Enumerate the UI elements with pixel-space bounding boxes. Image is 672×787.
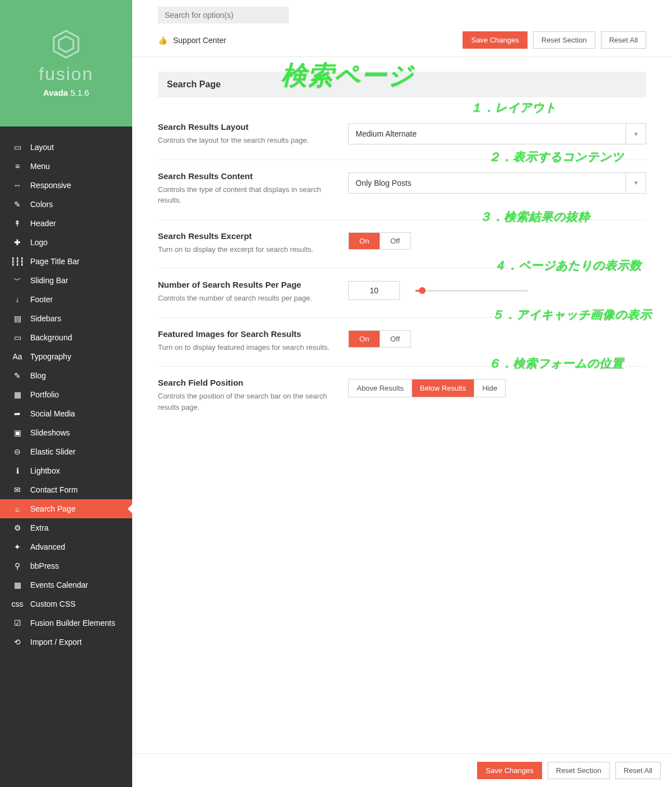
sidebar-item-label: Logo <box>30 238 48 247</box>
toggle-on[interactable]: On <box>349 331 380 347</box>
sidebar-item-label: Contact Form <box>30 485 78 494</box>
reset-section-button[interactable]: Reset Section <box>533 31 595 49</box>
sidebar-item-extra[interactable]: ⚙Extra <box>0 518 132 537</box>
position-option-hide[interactable]: Hide <box>474 380 505 397</box>
toggle-off[interactable]: Off <box>380 331 410 347</box>
option-search-field-position: Search Field Position Controls the posit… <box>158 367 646 426</box>
sidebar-item-responsive[interactable]: ↔Responsive <box>0 176 132 195</box>
social-media-icon: ➦ <box>12 409 22 419</box>
sidebar-item-sliding-bar[interactable]: ﹀Sliding Bar <box>0 271 132 290</box>
sidebar: fusion Avada 5.1.6 ▭Layout≡Menu↔Responsi… <box>0 0 132 787</box>
sidebar-item-lightbox[interactable]: ℹLightbox <box>0 461 132 480</box>
sidebar-item-elastic-slider[interactable]: ⊝Elastic Slider <box>0 442 132 461</box>
support-center-link[interactable]: 👍Support Center <box>158 36 226 45</box>
sidebar-item-typography[interactable]: AaTypography <box>0 347 132 366</box>
sidebar-item-label: Background <box>30 333 72 342</box>
sidebar-item-label: Sliding Bar <box>30 276 68 285</box>
sidebar-item-label: Sidebars <box>30 314 61 323</box>
layout-icon: ▭ <box>12 142 22 152</box>
position-segmented: Above ResultsBelow ResultsHide <box>348 379 506 397</box>
position-option-above-results[interactable]: Above Results <box>349 380 412 397</box>
slider-thumb[interactable] <box>419 287 426 294</box>
fusion-builder-icon: ☑ <box>12 618 22 628</box>
sidebar-item-page-title-bar[interactable]: ┇┇┇Page Title Bar <box>0 252 132 271</box>
svg-marker-0 <box>54 31 78 58</box>
sidebar-item-social-media[interactable]: ➦Social Media <box>0 404 132 423</box>
search-page-icon: ⌕ <box>12 504 22 514</box>
sidebar-item-sidebars[interactable]: ▤Sidebars <box>0 309 132 328</box>
reset-all-button-bottom[interactable]: Reset All <box>615 762 661 779</box>
responsive-icon: ↔ <box>12 180 22 190</box>
sidebar-item-bbpress[interactable]: ⚲bbPress <box>0 556 132 575</box>
layout-select[interactable]: Medium Alternate ▾ <box>348 123 646 144</box>
sidebar-item-events-calendar[interactable]: ▦Events Calendar <box>0 575 132 594</box>
option-title: Search Field Position <box>158 378 335 387</box>
option-desc: Controls the type of content that displa… <box>158 184 335 206</box>
toggle-on[interactable]: On <box>349 233 380 249</box>
content-select[interactable]: Only Blog Posts ▾ <box>348 172 646 194</box>
sidebar-item-slideshows[interactable]: ▣Slideshows <box>0 423 132 442</box>
save-changes-button[interactable]: Save Changes <box>463 31 527 49</box>
per-page-slider[interactable] <box>416 290 528 292</box>
save-changes-button-bottom[interactable]: Save Changes <box>477 762 542 779</box>
search-options-input[interactable] <box>158 7 289 24</box>
sidebar-nav: ▭Layout≡Menu↔Responsive✎Colors↟Header✚Lo… <box>0 127 132 787</box>
option-title: Number of Search Results Per Page <box>158 280 335 289</box>
bbpress-icon: ⚲ <box>12 561 22 571</box>
sidebar-item-label: Slideshows <box>30 428 70 437</box>
sidebar-item-label: Elastic Slider <box>30 447 76 456</box>
reset-section-button-bottom[interactable]: Reset Section <box>548 762 610 779</box>
sidebar-item-background[interactable]: ▭Background <box>0 328 132 347</box>
sidebar-item-fusion-builder-elements[interactable]: ☑Fusion Builder Elements <box>0 613 132 633</box>
option-desc: Controls the position of the search bar … <box>158 391 335 413</box>
colors-icon: ✎ <box>12 199 22 209</box>
annotation-6: ６．検索フォームの位置 <box>488 355 624 371</box>
blog-icon: ✎ <box>12 371 22 381</box>
brand-name: fusion <box>39 64 93 85</box>
sidebar-item-import-export[interactable]: ⟲Import / Export <box>0 633 132 652</box>
sidebar-item-footer[interactable]: ↓Footer <box>0 290 132 309</box>
sidebar-item-portfolio[interactable]: ▦Portfolio <box>0 385 132 404</box>
sidebar-item-layout[interactable]: ▭Layout <box>0 138 132 157</box>
sidebar-item-label: Extra <box>30 523 49 532</box>
sidebar-item-label: Blog <box>30 371 46 380</box>
import-export-icon: ⟲ <box>12 637 22 647</box>
sidebar-item-label: Layout <box>30 143 54 152</box>
portfolio-icon: ▦ <box>12 390 22 400</box>
brand-block: fusion Avada 5.1.6 <box>0 0 132 127</box>
sidebar-item-label: Fusion Builder Elements <box>30 619 115 627</box>
sidebar-item-custom-css[interactable]: cssCustom CSS <box>0 594 132 613</box>
sidebar-item-search-page[interactable]: ⌕Search Page <box>0 499 132 518</box>
reset-all-button[interactable]: Reset All <box>601 31 646 49</box>
option-title: Search Results Layout <box>158 122 335 132</box>
select-value: Only Blog Posts <box>356 179 412 188</box>
sidebar-item-label: Typography <box>30 352 71 361</box>
select-value: Medium Alternate <box>356 129 417 138</box>
option-title: Featured Images for Search Results <box>158 329 335 339</box>
sidebar-item-header[interactable]: ↟Header <box>0 214 132 233</box>
sidebar-item-label: Responsive <box>30 181 71 190</box>
sidebar-item-logo[interactable]: ✚Logo <box>0 233 132 252</box>
sidebar-item-blog[interactable]: ✎Blog <box>0 366 132 385</box>
sidebar-item-colors[interactable]: ✎Colors <box>0 195 132 214</box>
logo-icon: ✚ <box>12 237 22 247</box>
extra-icon: ⚙ <box>12 523 22 533</box>
position-option-below-results[interactable]: Below Results <box>412 380 474 397</box>
sidebar-item-contact-form[interactable]: ✉Contact Form <box>0 480 132 499</box>
custom-css-icon: css <box>12 599 22 609</box>
option-desc: Turn on to display featured images for s… <box>158 342 335 353</box>
slideshows-icon: ▣ <box>12 428 22 438</box>
sidebar-item-label: Portfolio <box>30 390 59 399</box>
option-desc: Controls the number of search results pe… <box>158 293 335 304</box>
sidebar-item-advanced[interactable]: ✦Advanced <box>0 537 132 556</box>
sidebar-item-label: Search Page <box>30 504 76 513</box>
annotation-main: 検索ページ <box>281 58 414 93</box>
annotation-5: ５．アイキャッチ画像の表示 <box>492 307 652 322</box>
advanced-icon: ✦ <box>12 542 22 552</box>
sidebar-item-menu[interactable]: ≡Menu <box>0 157 132 176</box>
toggle-off[interactable]: Off <box>380 233 410 249</box>
per-page-value[interactable]: 10 <box>348 281 400 300</box>
background-icon: ▭ <box>12 332 22 343</box>
sidebar-item-label: Colors <box>30 200 53 209</box>
option-title: Search Results Content <box>158 171 335 181</box>
